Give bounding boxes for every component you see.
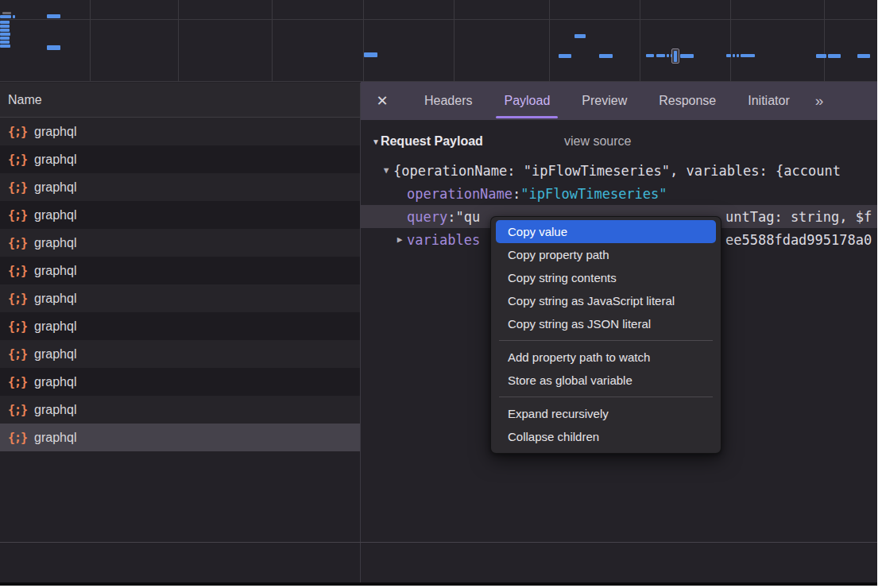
menu-item-copy-property-path[interactable]: Copy property path bbox=[496, 243, 716, 266]
request-row[interactable]: {;}graphql bbox=[0, 424, 360, 451]
property-value-continued: ee5588fdad995178a0 bbox=[725, 228, 872, 251]
waterfall-bar bbox=[0, 37, 10, 40]
property-value-continued: untTag: string, $f bbox=[725, 205, 872, 228]
waterfall-bar bbox=[2, 12, 11, 14]
overview-gridline bbox=[272, 0, 273, 82]
overview-midline bbox=[0, 19, 877, 20]
devtools-window: Name {;}graphql{;}graphql{;}graphql{;}gr… bbox=[0, 0, 877, 586]
waterfall-bar bbox=[0, 29, 10, 32]
more-tabs-icon[interactable]: » bbox=[815, 92, 822, 110]
request-name: graphql bbox=[34, 403, 76, 417]
tab-payload[interactable]: Payload bbox=[504, 82, 550, 120]
request-row[interactable]: {;}graphql bbox=[0, 173, 360, 201]
json-braces-icon: {;} bbox=[8, 264, 27, 278]
overview-gridline bbox=[178, 0, 179, 82]
request-row[interactable]: {;}graphql bbox=[0, 229, 360, 257]
waterfall-bar bbox=[0, 44, 10, 48]
tab-headers[interactable]: Headers bbox=[424, 82, 472, 120]
view-source-link[interactable]: view source bbox=[564, 130, 631, 153]
waterfall-bar bbox=[0, 41, 10, 44]
request-name: graphql bbox=[34, 236, 76, 250]
section-expander-icon: ▼ bbox=[372, 137, 380, 146]
name-column-header[interactable]: Name bbox=[0, 83, 360, 118]
waterfall-bar bbox=[674, 51, 677, 62]
request-row[interactable]: {;}graphql bbox=[0, 118, 360, 145]
request-row[interactable]: {;}graphql bbox=[0, 201, 360, 229]
waterfall-bar bbox=[599, 54, 613, 58]
waterfall-bar bbox=[0, 25, 10, 28]
request-row[interactable]: {;}graphql bbox=[0, 284, 360, 312]
menu-item-expand-recursively[interactable]: Expand recursively bbox=[496, 402, 716, 425]
menu-item-copy-string-as-javascript-literal[interactable]: Copy string as JavaScript literal bbox=[496, 289, 716, 312]
menu-item-store-as-global-variable[interactable]: Store as global variable bbox=[496, 369, 716, 392]
overview-gridline bbox=[824, 0, 825, 82]
waterfall-bar bbox=[656, 54, 665, 57]
request-row[interactable]: {;}graphql bbox=[0, 312, 360, 340]
waterfall-bar bbox=[733, 54, 735, 57]
waterfall-bar bbox=[0, 21, 10, 24]
root-preview-text: {operationName: "ipFlowTimeseries", vari… bbox=[393, 163, 841, 179]
tree-row-operation-name[interactable]: operationName: "ipFlowTimeseries" bbox=[361, 182, 877, 205]
waterfall-bar bbox=[816, 54, 826, 58]
overview-gridline bbox=[90, 0, 91, 82]
tab-preview[interactable]: Preview bbox=[582, 82, 627, 120]
menu-item-copy-value[interactable]: Copy value bbox=[496, 220, 716, 243]
colon: : bbox=[513, 186, 520, 202]
panel-divider-horizontal bbox=[0, 542, 877, 543]
expander-icon[interactable]: ▼ bbox=[379, 165, 393, 176]
overview-gridline bbox=[549, 0, 550, 82]
waterfall-bar bbox=[574, 34, 586, 38]
overview-gridline bbox=[640, 0, 640, 82]
network-overview[interactable] bbox=[0, 0, 877, 82]
request-name: graphql bbox=[34, 125, 76, 139]
menu-item-collapse-children[interactable]: Collapse children bbox=[496, 425, 716, 448]
json-braces-icon: {;} bbox=[8, 236, 27, 250]
tab-response[interactable]: Response bbox=[659, 82, 716, 120]
request-list-panel: Name {;}graphql{;}graphql{;}graphql{;}gr… bbox=[0, 83, 360, 582]
waterfall-bar bbox=[559, 54, 571, 58]
request-row[interactable]: {;}graphql bbox=[0, 368, 360, 396]
waterfall-bar bbox=[0, 33, 10, 36]
request-name: graphql bbox=[34, 153, 76, 167]
tab-initiator[interactable]: Initiator bbox=[748, 82, 789, 120]
json-braces-icon: {;} bbox=[8, 292, 27, 306]
waterfall-bar bbox=[364, 52, 377, 57]
request-payload-section[interactable]: ▼ Request Payload bbox=[372, 130, 483, 153]
request-name: graphql bbox=[34, 347, 76, 362]
request-name: graphql bbox=[34, 375, 76, 389]
expander-icon[interactable]: ▶ bbox=[393, 234, 407, 245]
menu-separator bbox=[499, 340, 713, 341]
property-key: operationName bbox=[407, 186, 513, 202]
request-name: graphql bbox=[34, 264, 76, 278]
tree-row-root[interactable]: ▼ {operationName: "ipFlowTimeseries", va… bbox=[361, 159, 877, 182]
menu-item-copy-string-as-json-literal[interactable]: Copy string as JSON literal bbox=[496, 312, 716, 335]
name-column-label: Name bbox=[8, 93, 42, 107]
waterfall-bar bbox=[857, 54, 870, 58]
context-menu: Copy valueCopy property pathCopy string … bbox=[490, 216, 721, 454]
json-braces-icon: {;} bbox=[8, 375, 27, 389]
waterfall-bar bbox=[667, 54, 669, 57]
waterfall-bar bbox=[671, 54, 672, 57]
json-braces-icon: {;} bbox=[8, 347, 27, 362]
menu-item-copy-string-contents[interactable]: Copy string contents bbox=[496, 266, 716, 289]
waterfall-bar bbox=[47, 14, 60, 18]
waterfall-bar bbox=[741, 54, 755, 57]
property-key: variables bbox=[407, 232, 480, 248]
json-braces-icon: {;} bbox=[8, 319, 27, 334]
json-braces-icon: {;} bbox=[8, 208, 27, 222]
page: Name {;}graphql{;}graphql{;}graphql{;}gr… bbox=[0, 0, 882, 588]
waterfall-bar bbox=[0, 15, 11, 18]
request-row[interactable]: {;}graphql bbox=[0, 340, 360, 368]
request-name: graphql bbox=[34, 319, 76, 334]
request-row[interactable]: {;}graphql bbox=[0, 396, 360, 424]
detail-tabbar: ✕ HeadersPayloadPreviewResponseInitiator… bbox=[361, 82, 877, 120]
request-name: graphql bbox=[34, 292, 76, 306]
overview-gridline bbox=[363, 0, 364, 82]
menu-separator bbox=[499, 397, 713, 397]
close-icon[interactable]: ✕ bbox=[372, 92, 393, 110]
waterfall-bar bbox=[646, 54, 654, 57]
request-rows: {;}graphql{;}graphql{;}graphql{;}graphql… bbox=[0, 118, 360, 451]
menu-item-add-property-path-to-watch[interactable]: Add property path to watch bbox=[496, 346, 716, 369]
request-row[interactable]: {;}graphql bbox=[0, 145, 360, 173]
request-row[interactable]: {;}graphql bbox=[0, 257, 360, 284]
